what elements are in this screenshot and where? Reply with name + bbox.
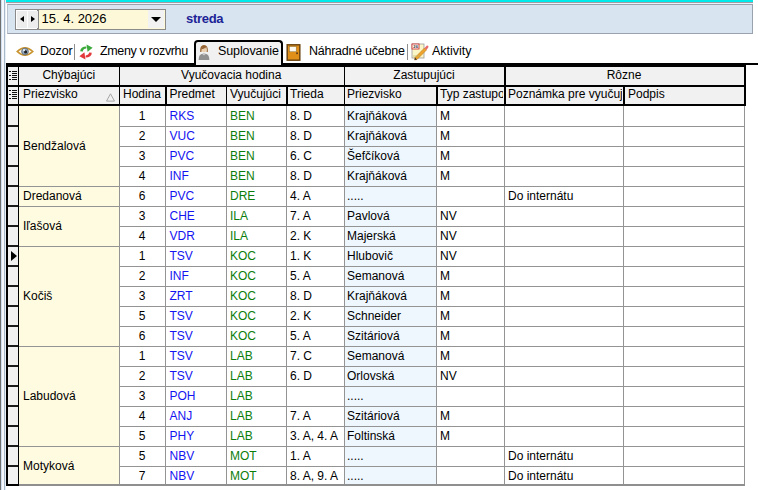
svg-text:26: 26 [413,44,418,49]
